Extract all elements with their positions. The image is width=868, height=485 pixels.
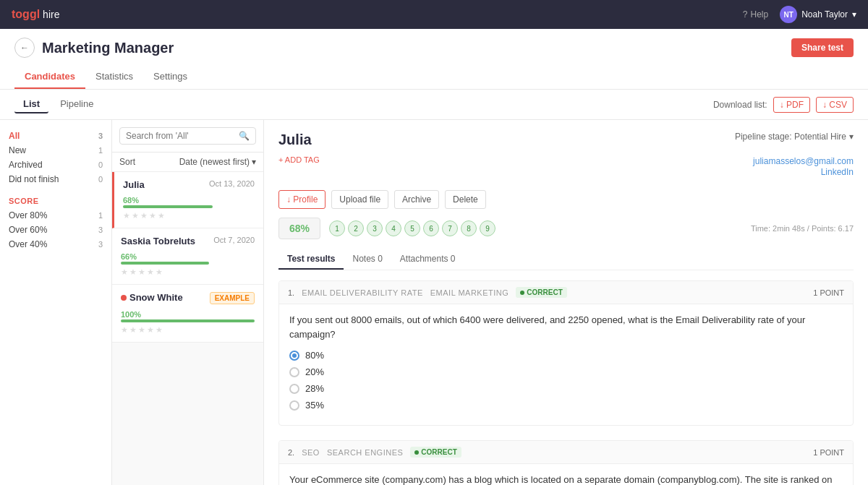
main-layout: All 3 New 1 Archived 0 Did not finish 0 … — [0, 120, 868, 485]
question-1-body: If you sent out 8000 emails, out of whic… — [279, 304, 853, 425]
add-tag-button[interactable]: + ADD TAG — [278, 155, 320, 164]
view-tab-list[interactable]: List — [14, 95, 48, 113]
star-3[interactable]: ★ — [138, 325, 145, 335]
download-csv[interactable]: ↓ CSV — [816, 97, 854, 113]
status-filters: All 3 New 1 Archived 0 Did not finish 0 — [9, 129, 103, 186]
filter-archived[interactable]: Archived 0 — [9, 158, 103, 172]
star-1[interactable]: ★ — [123, 211, 130, 220]
star-4[interactable]: ★ — [149, 211, 156, 220]
question-text: If you sent out 8000 emails, out of whic… — [289, 313, 843, 341]
page-header: ← Marketing Manager Share test Candidate… — [0, 29, 868, 90]
candidate-card-julia[interactable]: Julia Oct 13, 2020 68% ★ ★ ★ ★ ★ — [112, 172, 263, 228]
filter-all[interactable]: All 3 — [9, 129, 103, 143]
tab-candidates[interactable]: Candidates — [14, 65, 85, 89]
q-dot-7[interactable]: 7 — [442, 220, 458, 236]
star-row: ★ ★ ★ ★ ★ — [121, 325, 255, 335]
candidate-score: 66% — [121, 252, 137, 261]
star-2[interactable]: ★ — [129, 325, 137, 335]
star-1[interactable]: ★ — [121, 325, 128, 335]
q-dot-6[interactable]: 6 — [423, 220, 439, 236]
candidate-detail-panel: Julia Pipeline stage: Potential Hire ▾ +… — [264, 120, 868, 485]
download-links: Download list: ↓ PDF ↓ CSV — [713, 97, 854, 113]
search-input[interactable] — [126, 131, 239, 141]
view-tab-pipeline[interactable]: Pipeline — [51, 95, 102, 113]
download-label: Download list: — [713, 100, 767, 110]
q-category: SEO — [302, 448, 320, 457]
contact-email[interactable]: juliamasselos@gmail.com — [753, 156, 854, 166]
candidate-score: 100% — [121, 310, 141, 319]
star-2[interactable]: ★ — [132, 211, 139, 220]
tab-test-results[interactable]: Test results — [278, 249, 344, 270]
star-1[interactable]: ★ — [121, 267, 128, 277]
q-dot-9[interactable]: 9 — [480, 220, 495, 236]
star-5[interactable]: ★ — [156, 325, 163, 335]
star-row: ★ ★ ★ ★ ★ — [121, 267, 255, 277]
download-pdf[interactable]: ↓ PDF — [773, 97, 810, 113]
candidate-card-saskia[interactable]: Saskia Tobreluts Oct 7, 2020 66% ★ ★ ★ ★… — [112, 228, 263, 285]
search-bar: 🔍 — [112, 120, 263, 153]
star-3[interactable]: ★ — [140, 211, 148, 220]
question-dots: 1 2 3 4 5 6 7 8 9 — [329, 220, 495, 236]
candidate-card-snow-white[interactable]: Snow White EXAMPLE 100% ★ ★ ★ ★ ★ — [112, 285, 263, 343]
q-dot-1[interactable]: 1 — [329, 220, 345, 236]
contact-linkedin[interactable]: LinkedIn — [821, 167, 854, 177]
candidate-score: 68% — [123, 196, 139, 205]
result-tabs: Test results Notes 0 Attachments 0 — [278, 249, 854, 270]
question-text: Your eCommerce site (company.com) has a … — [289, 473, 843, 485]
share-test-button[interactable]: Share test — [791, 38, 854, 57]
q-dot-8[interactable]: 8 — [461, 220, 477, 236]
star-5[interactable]: ★ — [156, 267, 163, 277]
sort-selector[interactable]: Date (newest first) ▾ — [179, 157, 256, 167]
sort-row: Sort Date (newest first) ▾ — [112, 153, 263, 172]
star-4[interactable]: ★ — [147, 325, 154, 335]
q-subcategory: EMAIL MARKETING — [430, 288, 509, 297]
tags-row: + ADD TAG — [278, 155, 320, 164]
sort-label: Sort — [119, 157, 135, 167]
radio-unselected[interactable] — [289, 400, 299, 411]
tab-notes[interactable]: Notes 0 — [344, 249, 391, 270]
q-dot-3[interactable]: 3 — [367, 220, 383, 236]
question-block-2: 2. SEO SEARCH ENGINES CORRECT 1 POINT Yo… — [278, 440, 854, 485]
user-menu[interactable]: NT Noah Taylor ▾ — [780, 6, 856, 23]
star-5[interactable]: ★ — [158, 211, 165, 220]
pipeline-stage[interactable]: Pipeline stage: Potential Hire ▾ — [735, 132, 854, 142]
star-3[interactable]: ★ — [138, 267, 145, 277]
chevron-down-icon: ▾ — [852, 9, 856, 20]
back-button[interactable]: ← — [14, 38, 35, 58]
delete-button[interactable]: Delete — [445, 190, 486, 209]
q-points: 1 POINT — [813, 448, 844, 457]
correct-dot — [414, 450, 419, 455]
logo-hire: hire — [43, 9, 59, 20]
contact-info: juliamasselos@gmail.com LinkedIn — [753, 155, 854, 177]
tab-attachments[interactable]: Attachments 0 — [391, 249, 464, 270]
search-icon: 🔍 — [239, 131, 250, 141]
radio-selected[interactable] — [289, 351, 299, 361]
filter-over-60[interactable]: Over 60% 3 — [9, 223, 103, 237]
tags-contact-row: + ADD TAG juliamasselos@gmail.com Linked… — [278, 155, 854, 184]
filter-new[interactable]: New 1 — [9, 143, 103, 158]
logo-toggl: toggl — [12, 8, 40, 21]
archive-button[interactable]: Archive — [394, 190, 439, 209]
candidate-date: Oct 13, 2020 — [209, 179, 255, 188]
candidate-dot — [121, 295, 127, 301]
star-4[interactable]: ★ — [147, 267, 154, 277]
logo-area: toggl hire — [12, 8, 59, 21]
score-filter-label: SCORE — [9, 197, 103, 205]
filter-over-80[interactable]: Over 80% 1 — [9, 208, 103, 223]
tab-settings[interactable]: Settings — [143, 65, 197, 89]
left-sidebar: All 3 New 1 Archived 0 Did not finish 0 … — [0, 120, 112, 485]
q-dot-2[interactable]: 2 — [348, 220, 364, 236]
upload-file-button[interactable]: Upload file — [331, 190, 388, 209]
radio-unselected[interactable] — [289, 384, 299, 394]
help-button[interactable]: ? Help — [743, 9, 768, 20]
filter-did-not-finish[interactable]: Did not finish 0 — [9, 172, 103, 186]
q-dot-5[interactable]: 5 — [404, 220, 420, 236]
tab-statistics[interactable]: Statistics — [85, 65, 143, 89]
filter-over-40[interactable]: Over 40% 3 — [9, 237, 103, 252]
view-tabs: List Pipeline — [14, 95, 102, 113]
profile-button[interactable]: ↓ Profile — [278, 190, 326, 209]
star-2[interactable]: ★ — [129, 267, 137, 277]
q-dot-4[interactable]: 4 — [386, 220, 401, 236]
radio-unselected[interactable] — [289, 367, 299, 377]
chevron-down-icon: ▾ — [252, 157, 256, 167]
